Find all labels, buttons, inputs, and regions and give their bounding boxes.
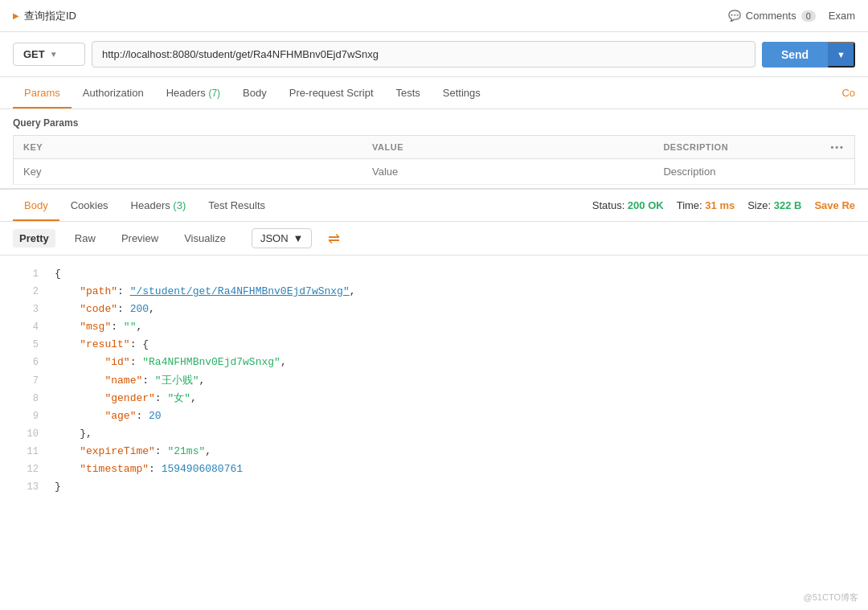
desc-input[interactable] — [663, 166, 811, 178]
tab-body[interactable]: Body — [231, 79, 278, 108]
json-line-12: 12 "timestamp": 1594906080761 — [0, 461, 868, 478]
format-bar: Pretty Raw Preview Visualize JSON ▼ ⇌ — [0, 222, 868, 256]
query-params-section: Query Params KEY VALUE DESCRIPTION ••• — [0, 109, 868, 185]
top-bar-right: 💬 Comments 0 Exam — [728, 10, 855, 22]
size-value: 322 B — [774, 199, 802, 211]
wrap-icon[interactable]: ⇌ — [328, 230, 340, 248]
col-header-more: ••• — [821, 136, 854, 159]
params-table: KEY VALUE DESCRIPTION ••• — [13, 135, 855, 185]
format-label: JSON — [260, 232, 289, 244]
chevron-down-icon: ▼ — [293, 232, 304, 244]
response-status: Status: 200 OK Time: 31 ms Size: 322 B S… — [592, 199, 855, 211]
top-bar-left: ▶ 查询指定ID — [13, 9, 76, 23]
fmt-tab-preview[interactable]: Preview — [115, 229, 165, 248]
fmt-tab-raw[interactable]: Raw — [68, 229, 102, 248]
json-line-1: 1 { — [0, 265, 868, 283]
resp-headers-badge: (3) — [173, 199, 186, 211]
tab-tests[interactable]: Tests — [385, 79, 432, 108]
size-label: Size: 322 B — [747, 199, 801, 211]
tab-authorization[interactable]: Authorization — [72, 79, 155, 108]
url-bar: GET ▼ Send ▼ — [0, 32, 868, 77]
json-line-7: 7 "name": "王小贱", — [0, 372, 868, 390]
time-label: Time: 31 ms — [677, 199, 735, 211]
comments-button[interactable]: 💬 Comments 0 — [728, 10, 816, 22]
json-line-3: 3 "code": 200, — [0, 301, 868, 318]
json-line-2: 2 "path": "/student/get/Ra4NFHMBnv0Ejd7w… — [0, 283, 868, 301]
json-link-path[interactable]: "/student/get/Ra4NFHMBnv0Ejd7wSnxg" — [130, 285, 350, 297]
tab-co: Co — [841, 87, 855, 99]
value-input[interactable] — [372, 166, 644, 178]
json-line-4: 4 "msg": "", — [0, 318, 868, 336]
json-line-9: 9 "age": 20 — [0, 407, 868, 425]
fmt-tab-visualize[interactable]: Visualize — [178, 229, 232, 248]
resp-tab-cookies[interactable]: Cookies — [59, 191, 120, 221]
time-value: 31 ms — [705, 199, 735, 211]
save-response-button[interactable]: Save Re — [814, 199, 855, 211]
key-input[interactable] — [23, 166, 353, 178]
expand-arrow-icon: ▶ — [13, 11, 19, 20]
tab-prerequest[interactable]: Pre-request Script — [278, 79, 385, 108]
send-button[interactable]: Send — [762, 42, 828, 68]
headers-badge: (7) — [208, 88, 220, 99]
json-line-5: 5 "result": { — [0, 336, 868, 354]
method-label: GET — [23, 48, 45, 60]
status-value: 200 OK — [628, 199, 664, 211]
response-section: Body Cookies Headers (3) Test Results St… — [0, 188, 868, 596]
comments-icon: 💬 — [728, 10, 741, 22]
comments-label: Comments — [746, 10, 796, 22]
json-line-11: 11 "expireTime": "21ms", — [0, 443, 868, 461]
send-dropdown-button[interactable]: ▼ — [828, 42, 855, 68]
request-tabs: Params Authorization Headers (7) Body Pr… — [0, 77, 868, 109]
table-row — [14, 159, 855, 185]
top-bar: ▶ 查询指定ID 💬 Comments 0 Exam — [0, 0, 868, 32]
resp-tab-body[interactable]: Body — [13, 191, 59, 221]
more-options-icon[interactable]: ••• — [830, 142, 845, 152]
request-title: 查询指定ID — [24, 9, 76, 23]
status-label: Status: 200 OK — [592, 199, 664, 211]
json-line-10: 10 }, — [0, 425, 868, 443]
chevron-down-icon: ▼ — [50, 50, 58, 59]
json-viewer: 1 { 2 "path": "/student/get/Ra4NFHMBnv0E… — [0, 256, 868, 596]
resp-tab-headers[interactable]: Headers (3) — [120, 191, 198, 221]
format-select[interactable]: JSON ▼ — [252, 228, 313, 248]
comments-count: 0 — [801, 10, 816, 22]
method-dropdown[interactable]: GET ▼ — [13, 43, 85, 66]
tab-headers[interactable]: Headers (7) — [155, 79, 231, 108]
json-line-13: 13 } — [0, 478, 868, 496]
resp-tab-testresults[interactable]: Test Results — [197, 191, 276, 221]
watermark: @51CTO博客 — [804, 592, 858, 604]
response-tabs-bar: Body Cookies Headers (3) Test Results St… — [0, 190, 868, 222]
tab-params[interactable]: Params — [13, 79, 72, 108]
url-input[interactable] — [92, 41, 755, 68]
send-button-group: Send ▼ — [762, 42, 855, 68]
exam-link[interactable]: Exam — [829, 10, 855, 22]
query-params-title: Query Params — [13, 117, 855, 129]
col-header-key: KEY — [14, 136, 363, 159]
fmt-tab-pretty[interactable]: Pretty — [13, 229, 55, 248]
col-header-value: VALUE — [362, 136, 653, 159]
tab-settings[interactable]: Settings — [432, 79, 492, 108]
col-header-desc: DESCRIPTION — [653, 136, 821, 159]
json-line-8: 8 "gender": "女", — [0, 390, 868, 407]
json-line-6: 6 "id": "Ra4NFHMBnv0Ejd7wSnxg", — [0, 354, 868, 371]
